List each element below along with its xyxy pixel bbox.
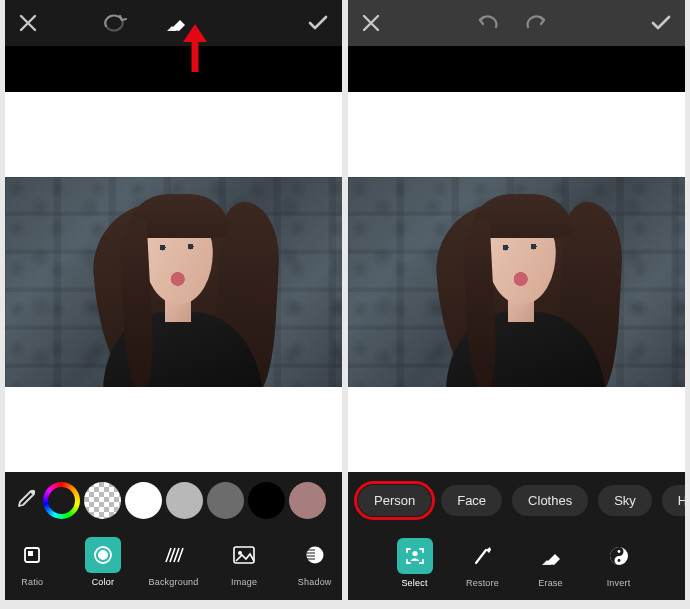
shadow-icon [297, 537, 333, 573]
phone-right: Person Face Clothes Sky He Select [348, 0, 685, 600]
eyedropper-icon[interactable] [14, 489, 36, 511]
redo-icon[interactable] [526, 15, 550, 31]
tool-ratio[interactable]: Ratio [5, 537, 60, 587]
chip-more-label: He [678, 493, 685, 508]
undo-icon[interactable] [474, 15, 498, 31]
invert-icon [601, 538, 637, 574]
black-strip [348, 46, 685, 92]
compare-icon[interactable] [101, 14, 127, 32]
chip-row: Person Face Clothes Sky He [348, 472, 685, 528]
tool-invert-label: Invert [607, 578, 631, 588]
photo-right[interactable] [348, 177, 685, 387]
swatch-gray[interactable] [207, 482, 244, 519]
swatch-row [5, 472, 342, 528]
phone-left: Ratio Color Background [5, 0, 342, 600]
bottom-panel-right: Person Face Clothes Sky He Select [348, 472, 685, 600]
photo-left[interactable] [5, 177, 342, 387]
eraser-icon[interactable] [165, 13, 187, 33]
photo-area-left [5, 92, 342, 472]
topbar-right [348, 0, 685, 46]
bottom-panel-left: Ratio Color Background [5, 472, 342, 600]
svg-rect-2 [28, 551, 33, 556]
tool-background-label: Background [148, 577, 198, 587]
confirm-icon[interactable] [651, 15, 671, 31]
swatch-color-wheel[interactable] [43, 482, 80, 519]
swatch-light-gray[interactable] [166, 482, 203, 519]
svg-point-4 [98, 550, 108, 560]
chip-clothes-label: Clothes [528, 493, 572, 508]
chip-face[interactable]: Face [441, 485, 502, 516]
tool-restore-label: Restore [466, 578, 499, 588]
swatch-transparent[interactable] [84, 482, 121, 519]
tools-row-left: Ratio Color Background [5, 528, 342, 600]
close-icon[interactable] [19, 14, 37, 32]
chip-face-label: Face [457, 493, 486, 508]
svg-point-6 [238, 551, 242, 555]
chip-clothes[interactable]: Clothes [512, 485, 588, 516]
tool-color-label: Color [92, 577, 115, 587]
color-icon [85, 537, 121, 573]
chip-person-label: Person [374, 493, 415, 508]
photo-area-right [348, 92, 685, 472]
chip-sky-label: Sky [614, 493, 636, 508]
svg-point-12 [617, 559, 620, 562]
swatch-black[interactable] [248, 482, 285, 519]
ratio-icon [14, 537, 50, 573]
close-icon[interactable] [362, 14, 380, 32]
tool-shadow[interactable]: Shadow [287, 537, 342, 587]
swatch-white[interactable] [125, 482, 162, 519]
svg-point-7 [306, 547, 323, 564]
chip-more[interactable]: He [662, 485, 685, 516]
tool-restore[interactable]: Restore [452, 538, 514, 588]
topbar-left [5, 0, 342, 46]
tool-erase[interactable]: Erase [520, 538, 582, 588]
tool-image[interactable]: Image [217, 537, 272, 587]
tool-erase-label: Erase [538, 578, 563, 588]
erase-icon [533, 538, 569, 574]
tool-select[interactable]: Select [384, 538, 446, 588]
tool-invert[interactable]: Invert [588, 538, 650, 588]
background-icon [156, 537, 192, 573]
svg-point-0 [31, 490, 35, 494]
restore-icon [465, 538, 501, 574]
tool-select-label: Select [401, 578, 427, 588]
image-icon [226, 537, 262, 573]
chip-sky[interactable]: Sky [598, 485, 652, 516]
tool-color[interactable]: Color [76, 537, 131, 587]
chip-person[interactable]: Person [358, 485, 431, 516]
svg-point-9 [412, 551, 417, 556]
black-strip [5, 46, 342, 92]
tool-background[interactable]: Background [146, 537, 201, 587]
tool-ratio-label: Ratio [21, 577, 43, 587]
select-icon [397, 538, 433, 574]
swatch-mauve[interactable] [289, 482, 326, 519]
svg-point-11 [617, 550, 620, 553]
tool-shadow-label: Shadow [298, 577, 332, 587]
tools-row-right: Select Restore Erase [348, 528, 685, 600]
confirm-icon[interactable] [308, 15, 328, 31]
tool-image-label: Image [231, 577, 257, 587]
